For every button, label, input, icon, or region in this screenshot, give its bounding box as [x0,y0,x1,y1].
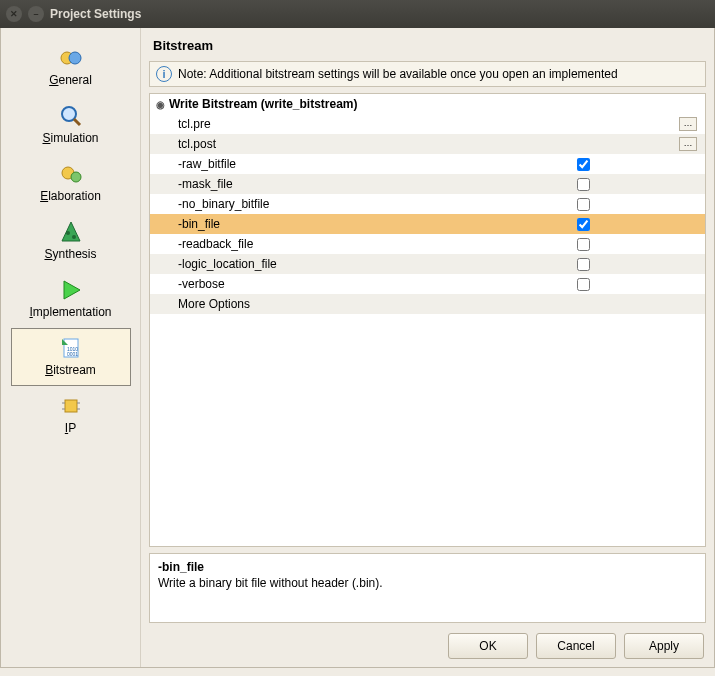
group-header[interactable]: ◉ Write Bitstream (write_bitstream) [150,94,705,114]
ok-button[interactable]: OK [448,633,528,659]
window-title: Project Settings [50,7,141,21]
setting-row[interactable]: -logic_location_file [150,254,705,274]
sidebar-item-implementation[interactable]: Implementation [11,270,131,328]
browse-button[interactable]: … [679,137,697,151]
svg-point-1 [69,52,81,64]
sidebar-item-synthesis[interactable]: Synthesis [11,212,131,270]
setting-row[interactable]: -readback_file [150,234,705,254]
svg-point-7 [66,231,70,235]
setting-checkbox[interactable] [577,198,590,211]
window-body: General Simulation Elaboration Synthesis [0,28,715,668]
setting-name: tcl.post [178,137,679,151]
sidebar-item-label: General [49,73,92,87]
gears-icon [14,159,128,189]
setting-name: -raw_bitfile [178,157,577,171]
setting-name: -bin_file [178,217,577,231]
sidebar-item-label: Bitstream [45,363,96,377]
svg-point-8 [72,235,76,239]
browse-button[interactable]: … [679,117,697,131]
note-text: Note: Additional bitstream settings will… [178,67,618,81]
setting-checkbox[interactable] [577,258,590,271]
setting-row[interactable]: tcl.pre… [150,114,705,134]
description-body: Write a binary bit file without header (… [158,576,697,590]
group-title: Write Bitstream (write_bitstream) [169,97,358,111]
setting-row[interactable]: -verbose [150,274,705,294]
setting-checkbox[interactable] [577,158,590,171]
sidebar-item-general[interactable]: General [11,38,131,96]
sidebar-item-label: Elaboration [40,189,101,203]
disclosure-icon: ◉ [156,99,165,110]
main-panel: Bitstream i Note: Additional bitstream s… [141,28,714,667]
close-icon[interactable]: ✕ [6,6,22,22]
chip-icon [14,391,128,421]
bitstream-file-icon: 10100001 [14,333,128,363]
sidebar-item-label: Simulation [42,131,98,145]
setting-name: tcl.pre [178,117,679,131]
setting-row[interactable]: -mask_file [150,174,705,194]
setting-row[interactable]: -bin_file [150,214,705,234]
setting-name: -no_binary_bitfile [178,197,577,211]
page-title: Bitstream [149,36,706,55]
description-title: -bin_file [158,560,697,574]
setting-name: -verbose [178,277,577,291]
sidebar-item-elaboration[interactable]: Elaboration [11,154,131,212]
magnifier-icon [14,101,128,131]
sidebar-item-label: IP [65,421,76,435]
setting-name: -logic_location_file [178,257,577,271]
synthesis-icon [14,217,128,247]
sidebar-item-bitstream[interactable]: 10100001 Bitstream [11,328,131,386]
setting-name: -mask_file [178,177,577,191]
settings-rows: tcl.pre…tcl.post…-raw_bitfile-mask_file-… [150,114,705,546]
play-icon [14,275,128,305]
setting-name: -readback_file [178,237,577,251]
setting-row[interactable]: -raw_bitfile [150,154,705,174]
sidebar: General Simulation Elaboration Synthesis [1,28,141,667]
sidebar-item-ip[interactable]: IP [11,386,131,444]
setting-checkbox[interactable] [577,238,590,251]
svg-line-3 [74,119,80,125]
setting-checkbox[interactable] [577,178,590,191]
cancel-button[interactable]: Cancel [536,633,616,659]
settings-panel: ◉ Write Bitstream (write_bitstream) tcl.… [149,93,706,547]
minimize-icon[interactable]: – [28,6,44,22]
setting-checkbox[interactable] [577,278,590,291]
info-icon: i [156,66,172,82]
svg-marker-9 [64,281,80,299]
note-box: i Note: Additional bitstream settings wi… [149,61,706,87]
sidebar-item-simulation[interactable]: Simulation [11,96,131,154]
svg-point-2 [62,107,76,121]
button-bar: OK Cancel Apply [149,629,706,659]
svg-text:0001: 0001 [67,351,78,357]
setting-row[interactable]: -no_binary_bitfile [150,194,705,214]
setting-name: More Options [178,297,697,311]
setting-row[interactable]: tcl.post… [150,134,705,154]
sidebar-item-label: Synthesis [44,247,96,261]
svg-point-5 [71,172,81,182]
titlebar: ✕ – Project Settings [0,0,715,28]
general-icon [14,43,128,73]
svg-marker-6 [62,222,80,241]
apply-button[interactable]: Apply [624,633,704,659]
svg-rect-14 [65,400,77,412]
description-panel: -bin_file Write a binary bit file withou… [149,553,706,623]
setting-checkbox[interactable] [577,218,590,231]
sidebar-item-label: Implementation [29,305,111,319]
setting-row[interactable]: More Options [150,294,705,314]
